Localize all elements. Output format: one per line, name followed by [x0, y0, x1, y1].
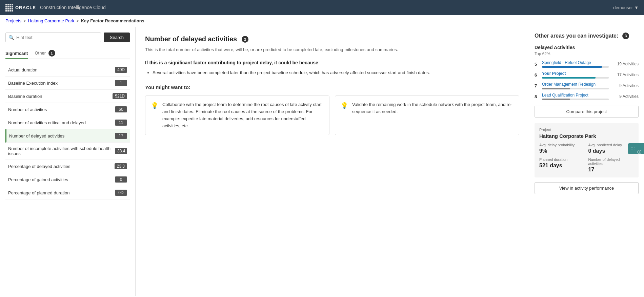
delayed-activities-subtitle: Top 62%	[535, 51, 639, 56]
factor-number-of-activities[interactable]: Number of activities 60	[5, 103, 130, 116]
cause-bullet-list: Several activities have been completed l…	[145, 69, 519, 77]
factor-activities-critical-delayed[interactable]: Number of activities critical and delaye…	[5, 116, 130, 129]
content-description: This is the total number of activities t…	[145, 46, 519, 53]
search-input-wrap[interactable]: 🔍	[5, 33, 101, 42]
main-layout: 🔍 Search Significant Other 1 Actual dura…	[0, 27, 644, 296]
metric-avg-predicted-delay: Avg. predicted delay 0 days	[588, 143, 634, 154]
da-row-2: 6 Your Project 17 Activities	[535, 71, 639, 79]
chevron-down-icon: ▼	[634, 5, 639, 10]
delayed-activities-heading: Delayed Activities	[535, 45, 639, 50]
breadcrumb-sep-2: >	[76, 18, 79, 23]
bulb-icon-1: 💡	[151, 102, 158, 109]
user-menu[interactable]: demouser ▼	[613, 5, 639, 10]
main-content: Number of delayed activities 2 This is t…	[136, 27, 529, 296]
da-info-2: Your Project	[542, 71, 609, 79]
other-tab-badge: 1	[48, 50, 55, 57]
title-badge: 2	[242, 36, 248, 43]
tab-significant[interactable]: Significant	[5, 49, 28, 58]
search-row: 🔍 Search	[5, 33, 130, 42]
content-title: Number of delayed activities 2	[145, 35, 519, 43]
da-info-4: Lead Qualification Project	[542, 93, 609, 100]
factor-baseline-duration[interactable]: Baseline duration 521D	[5, 90, 130, 103]
da-row-1: 5 Springfield - Refuel Outage 19 Activit…	[535, 60, 639, 68]
project-label: Project	[539, 128, 634, 132]
username: demouser	[613, 5, 633, 10]
da-name-1: Springfield - Refuel Outage	[542, 60, 609, 65]
info-tab-dots: ⠿	[630, 147, 635, 150]
da-bar-1	[542, 66, 602, 68]
da-count-4: 9 Activities	[611, 94, 639, 99]
factor-list: Actual duration 40D Baseline Execution I…	[5, 63, 130, 199]
compare-project-button[interactable]: Compare this project	[535, 106, 639, 118]
suggestion-text-2: Validate the remaining work in the sched…	[352, 101, 514, 115]
top-navigation: ORACLE Construction Intelligence Cloud d…	[0, 0, 644, 15]
da-bar-wrap-3	[542, 88, 609, 89]
suggestion-card-1: 💡 Collaborate with the project team to d…	[145, 96, 329, 135]
page-title: Number of delayed activities	[145, 35, 237, 43]
da-bar-3	[542, 88, 570, 89]
da-bar-4	[542, 99, 570, 100]
da-name-2: Your Project	[542, 71, 609, 76]
factor-incomplete-schedule-health[interactable]: Number of incomplete activities with sch…	[5, 143, 130, 160]
bulb-icon-2: 💡	[341, 102, 348, 109]
breadcrumb-current: Key Factor Recommendations	[81, 18, 144, 23]
search-icon: 🔍	[8, 35, 14, 40]
da-rank-1: 5	[535, 62, 539, 67]
factor-actual-duration[interactable]: Actual duration 40D	[5, 63, 130, 77]
da-count-3: 9 Activities	[611, 83, 639, 88]
oracle-brand: ORACLE	[15, 5, 36, 10]
metric-val-3: 17	[588, 167, 634, 173]
da-bar-2	[542, 77, 596, 79]
da-rank-2: 6	[535, 72, 539, 78]
metric-planned-duration: Planned duration 521 days	[539, 157, 585, 173]
da-name-3: Order Management Redesign	[542, 82, 609, 87]
project-info-card: Project Haitang Corporate Park Avg. dela…	[535, 123, 639, 177]
sidebar: 🔍 Search Significant Other 1 Actual dura…	[0, 27, 136, 296]
breadcrumb: Projects > Haitang Corporate Park > Key …	[0, 15, 644, 27]
project-metrics-grid: Avg. delay probability 9% Avg. predicted…	[539, 143, 634, 173]
breadcrumb-project-name[interactable]: Haitang Corporate Park	[28, 18, 75, 23]
factor-number-delayed-activities[interactable]: Number of delayed activities 17	[5, 129, 130, 143]
factor-percentage-delayed[interactable]: Percentage of delayed activities 23.3	[5, 160, 130, 173]
da-count-1: 19 Activities	[611, 62, 639, 66]
metric-label-3: Number of delayed activities	[588, 157, 634, 166]
significant-factor-heading: If this is a significant factor contribu…	[145, 60, 519, 65]
delayed-activities-section: Delayed Activities Top 62% 5 Springfield…	[535, 45, 639, 100]
nav-left: ORACLE Construction Intelligence Cloud	[5, 4, 106, 12]
info-icon: ⓘ	[636, 147, 642, 151]
factor-percentage-planned-duration[interactable]: Percentage of planned duration 0D	[5, 186, 130, 199]
metric-val-2: 521 days	[539, 163, 585, 169]
info-tab[interactable]: ⓘ ⠿	[628, 143, 644, 154]
metric-avg-delay-prob: Avg. delay probability 9%	[539, 143, 585, 154]
metric-num-delayed-activities: Number of delayed activities 17	[588, 157, 634, 173]
right-panel-badge: 3	[622, 33, 629, 39]
oracle-grid-icon	[5, 4, 13, 12]
search-button[interactable]: Search	[104, 33, 130, 42]
metric-val-0: 9%	[539, 148, 585, 154]
oracle-logo: ORACLE	[5, 4, 36, 12]
right-panel-title: Other areas you can investigate: 3	[535, 33, 639, 39]
da-rank-3: 7	[535, 83, 539, 88]
factor-percentage-gained[interactable]: Percentage of gained activities 0	[5, 173, 130, 186]
view-activity-performance-button[interactable]: View in activity performance	[535, 182, 639, 194]
search-input[interactable]	[16, 35, 98, 40]
project-name: Haitang Corporate Park	[539, 133, 634, 139]
da-rank-4: 8	[535, 94, 539, 99]
da-info-1: Springfield - Refuel Outage	[542, 60, 609, 68]
you-might-heading: You might want to:	[145, 84, 519, 90]
metric-label-1: Avg. predicted delay	[588, 143, 634, 147]
da-info-3: Order Management Redesign	[542, 82, 609, 89]
tab-bar: Significant Other 1	[5, 48, 130, 59]
factor-baseline-execution-index[interactable]: Baseline Execution Index 1	[5, 77, 130, 90]
breadcrumb-projects[interactable]: Projects	[5, 18, 21, 23]
da-bar-wrap-2	[542, 77, 609, 79]
da-bar-wrap-4	[542, 99, 609, 100]
da-row-4: 8 Lead Qualification Project 9 Activitie…	[535, 93, 639, 100]
metric-val-1: 0 days	[588, 148, 634, 154]
da-name-4: Lead Qualification Project	[542, 93, 609, 98]
suggestion-card-2: 💡 Validate the remaining work in the sch…	[335, 96, 519, 135]
tab-other[interactable]: Other 1	[35, 48, 55, 59]
right-panel-title-text: Other areas you can investigate:	[535, 33, 618, 39]
metric-label-0: Avg. delay probability	[539, 143, 585, 147]
app-name: Construction Intelligence Cloud	[40, 5, 106, 10]
